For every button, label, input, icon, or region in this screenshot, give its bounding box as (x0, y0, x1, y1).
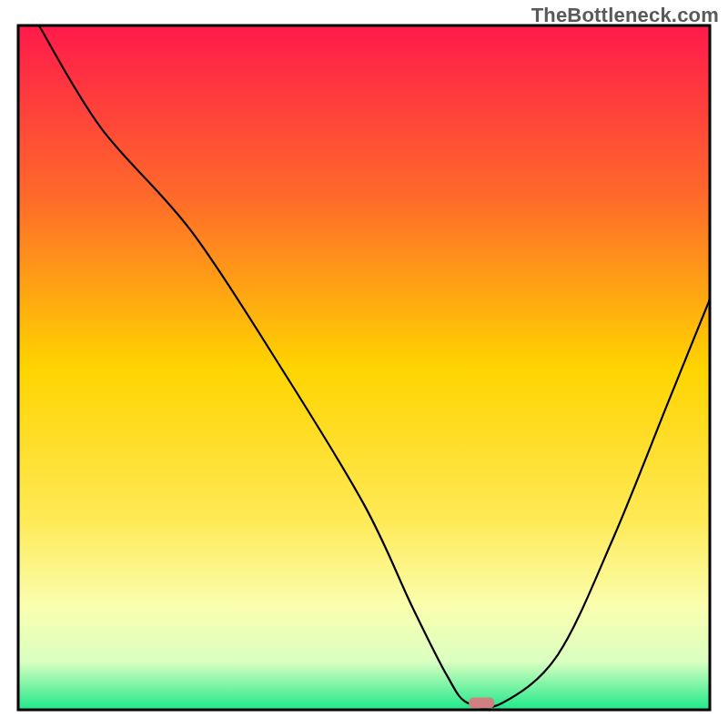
plot-background (18, 25, 710, 710)
bottleneck-chart: TheBottleneck.com (0, 0, 728, 728)
chart-svg (0, 0, 728, 728)
optimal-point-marker (469, 697, 494, 708)
watermark-text: TheBottleneck.com (531, 4, 719, 27)
